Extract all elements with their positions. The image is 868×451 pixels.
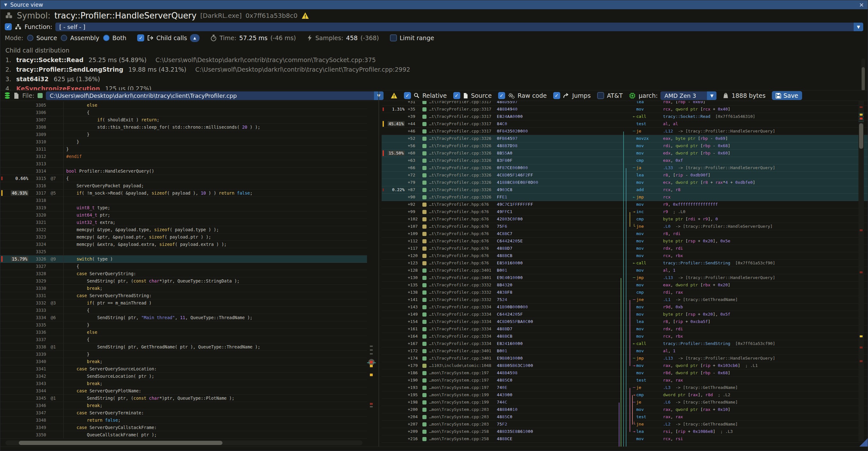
resize-grip-icon[interactable] bbox=[859, 438, 868, 447]
limit-range-toggle[interactable]: ✓ Limit range bbox=[390, 34, 434, 41]
asm-row[interactable]: +172…t\TracyProfiler.cpp:3401B001moval, … bbox=[382, 348, 868, 355]
asm-row[interactable]: +39…t\TracyProfiler.cpp:3317E824AA0000←c… bbox=[382, 113, 868, 120]
asm-row[interactable]: +149…t\TracyProfiler.cpp:3334C64424205Fm… bbox=[382, 311, 868, 318]
source-checkbox[interactable]: ✓ bbox=[453, 92, 460, 99]
radio-source[interactable]: Source bbox=[27, 34, 57, 41]
asm-row[interactable]: +164…t\TracyProfiler.cpp:3334488BCBmovrc… bbox=[382, 333, 868, 340]
asm-row[interactable]: +90…t\TracyProfiler.cpp:3326FFE1←jmprcx bbox=[382, 194, 868, 201]
asm-row[interactable]: +109…t\TracyProfiler.hpp:6764C8BC7movr8,… bbox=[382, 230, 868, 238]
asm-row[interactable]: +141…t\TracyProfiler.cpp:33327524─jne.L1… bbox=[382, 296, 868, 304]
asm-row[interactable]: +179…1103\include\atomic:1048488B05B63C1… bbox=[382, 362, 868, 369]
source-line[interactable]: 3313 bbox=[0, 160, 367, 168]
source-line[interactable]: 3335 } bbox=[0, 321, 367, 329]
source-line[interactable]: 3321 uint32_t extra; bbox=[0, 219, 367, 226]
asm-row[interactable]: 45.41%+44…t\TracyProfiler.cpp:331784C0te… bbox=[382, 120, 868, 128]
uarch-select[interactable]: AMD Zen 3 ▼ bbox=[660, 91, 716, 100]
asm-row[interactable]: +128…t\TracyProfiler.cpp:3401B001moval, … bbox=[382, 267, 868, 274]
att-toggle[interactable]: ✓ AT&T bbox=[597, 92, 623, 99]
close-icon[interactable]: ✕ bbox=[859, 2, 864, 8]
radio-icon[interactable] bbox=[27, 35, 33, 41]
source-line[interactable]: 3344 case ServerQueryPlotName: bbox=[0, 387, 367, 395]
asm-row[interactable]: +143…t\TracyProfiler.cpp:333441B90B00000… bbox=[382, 304, 868, 311]
asm-row[interactable]: +207…mon\TracySystem.cpp:20375F2└jne.L2 … bbox=[382, 421, 868, 428]
source-line[interactable]: 3314bool Profiler::HandleServerQuery() bbox=[0, 168, 367, 175]
source-line[interactable]: 3320 uint64_t ptr; bbox=[0, 211, 367, 219]
limit-range-checkbox[interactable]: ✓ bbox=[390, 34, 397, 41]
source-hscrollbar[interactable] bbox=[5, 441, 363, 445]
asm-row[interactable]: +200…mon\TracySystem.cpp:203488B4010movr… bbox=[382, 406, 868, 413]
source-line[interactable]: 3330 break; bbox=[0, 285, 367, 292]
asm-row[interactable]: +107…t\TracyProfiler.hpp:67675F6└jne.L0 … bbox=[382, 223, 868, 230]
child-calls-checkbox[interactable]: ✓ bbox=[137, 34, 144, 41]
jumps-toggle[interactable]: ✓ Jumps bbox=[553, 92, 591, 99]
asm-row[interactable]: 1.31%+35…t\TracyProfiler.cpp:3317488B494… bbox=[382, 106, 868, 113]
source-line[interactable]: 3309 } bbox=[0, 131, 367, 138]
asm-row[interactable]: +167…t\TracyProfiler.cpp:3334E824160000←… bbox=[382, 340, 868, 348]
child-call-item[interactable]: 2.tracy::Profiler::SendLongString19.88 m… bbox=[5, 65, 863, 74]
asm-row[interactable]: +204…mon\TracySystem.cpp:2034885C0testra… bbox=[382, 413, 868, 421]
asm-row[interactable]: +120…t\TracyProfiler.hpp:676488BCBmovrcx… bbox=[382, 252, 868, 260]
radio-assembly[interactable]: Assembly bbox=[61, 34, 99, 41]
source-line[interactable]: 3308 std::this_thread::sleep_for( std::c… bbox=[0, 124, 367, 131]
asm-row[interactable]: +130…t\TracyProfiler.cpp:3401E9E4010000─… bbox=[382, 274, 868, 281]
asm-row[interactable]: +123…t\TracyProfiler.hpp:676E850160000←c… bbox=[382, 260, 868, 267]
source-line[interactable]: 46.93%3317@5 if( !m_sock->Read( &payload… bbox=[0, 189, 367, 197]
asm-row[interactable]: +46…t\TracyProfiler.cpp:33170F8435020000… bbox=[382, 128, 868, 135]
asm-row[interactable]: +174…t\TracyProfiler.cpp:3401E9B8010000─… bbox=[382, 355, 868, 362]
radio-both[interactable]: Both bbox=[103, 34, 126, 41]
child-call-item[interactable]: 4.KeSynchronizeExecution125 µs (0.27%) bbox=[5, 84, 863, 90]
source-line[interactable]: 3318 bbox=[0, 197, 367, 204]
asm-row[interactable]: +186…mon\TracySystem.cpp:197448B4598movr… bbox=[382, 369, 868, 377]
source-line[interactable]: 15.79%3326@9 switch( type ) bbox=[0, 255, 367, 263]
asm-row[interactable]: +63…t\TracyProfiler.cpp:332683F80Fcmpeax… bbox=[382, 157, 868, 164]
collapse-icon[interactable]: ▼ bbox=[4, 3, 7, 7]
asm-row[interactable]: +138…t\TracyProfiler.cpp:3332483BF8cmprd… bbox=[382, 289, 868, 296]
asm-row[interactable]: +79…t\TracyProfiler.cpp:3326418B8C80E0BF… bbox=[382, 179, 868, 186]
relative-checkbox[interactable]: ✓ bbox=[404, 92, 411, 99]
source-line[interactable]: 3343 break; bbox=[0, 380, 367, 387]
source-line[interactable]: 3323 memcpy( &ptr, &payload.ptr, sizeof(… bbox=[0, 234, 367, 241]
source-line[interactable]: 3325 bbox=[0, 248, 367, 255]
source-line[interactable]: 3339 } bbox=[0, 351, 367, 358]
function-checkbox[interactable]: ✓ bbox=[5, 23, 12, 30]
asm-row[interactable]: +193…mon\TracySystem.cpp:197740E─je.L3 -… bbox=[382, 384, 868, 391]
function-select[interactable]: [ - self - ] ▼ bbox=[55, 23, 863, 31]
source-line[interactable]: 3347 case ServerQueryTerminate: bbox=[0, 409, 367, 417]
source-line[interactable]: 3350 QueueCallstackFrame( ptr ); bbox=[0, 431, 367, 439]
raw-code-toggle[interactable]: ✓ Raw code bbox=[498, 92, 547, 99]
child-calls-scrollbar[interactable] bbox=[861, 58, 865, 90]
source-line[interactable]: 3338@1 SendString( ptr, GetThreadName( p… bbox=[0, 343, 367, 351]
asm-row[interactable]: +31…t\TracyProfiler.cpp:3317488D5597lear… bbox=[382, 101, 868, 106]
source-line[interactable]: 3336 else bbox=[0, 329, 367, 336]
source-line[interactable]: 3345@1 SendString( ptr, (const char*)ptr… bbox=[0, 395, 367, 402]
asm-row[interactable]: +52…t\TracyProfiler.cpp:33260FB64597movz… bbox=[382, 135, 868, 142]
child-call-item[interactable]: 3.stat64i32625 µs (1.36%) bbox=[5, 74, 863, 84]
chevron-down-icon[interactable]: ▼ bbox=[854, 23, 863, 31]
asm-row[interactable]: +66…t\TracyProfiler.cpp:33260F87CE060000… bbox=[382, 164, 868, 172]
asm-row[interactable]: +216…mon\TracySystem.cpp:258488BCEmovrcx… bbox=[382, 435, 868, 443]
source-line[interactable]: 3329 SendString( ptr, (const char*)ptr, … bbox=[0, 277, 367, 285]
asm-row[interactable]: +161…t\TracyProfiler.cpp:3334488BD7movrd… bbox=[382, 326, 868, 333]
asm-row[interactable]: +99…t\TracyProfiler.hpp:67649FFC1→incr9 … bbox=[382, 208, 868, 216]
source-line[interactable]: 3324 memcpy( &extra, &payload.extra, siz… bbox=[0, 241, 367, 248]
asm-row[interactable]: +135…t\TracyProfiler.cpp:33328B4320movea… bbox=[382, 281, 868, 289]
asm-row[interactable]: +72…t\TracyProfiler.cpp:33264C8D05F146F2… bbox=[382, 172, 868, 179]
asm-row[interactable]: +112…t\TracyProfiler.hpp:676C64424205Emo… bbox=[382, 238, 868, 245]
asm-row[interactable]: 0.22%+87…t\TracyProfiler.cpp:33264903C8a… bbox=[382, 186, 868, 194]
source-line[interactable]: 3307 if( shouldExit ) return; bbox=[0, 116, 367, 124]
titlebar[interactable]: ▼ Source view ✕ bbox=[0, 0, 868, 9]
scrollbar-thumb[interactable] bbox=[19, 441, 222, 445]
source-line[interactable]: 3342 SendSourceLocation( ptr ); bbox=[0, 373, 367, 380]
source-line[interactable]: 3328 case ServerQueryString: bbox=[0, 270, 367, 277]
asm-row[interactable]: 15.50%+60…t\TracyProfiler.cpp:33268B55A0… bbox=[382, 150, 868, 157]
source-line[interactable]: 3311} bbox=[0, 146, 367, 153]
source-line[interactable]: 3334@6 SendString( ptr, "Main thread", 1… bbox=[0, 314, 367, 321]
source-vscrollbar[interactable] bbox=[367, 101, 376, 447]
radio-icon[interactable] bbox=[61, 35, 67, 41]
source-line[interactable]: 3333 { bbox=[0, 307, 367, 314]
source-line[interactable]: 3316 ServerQueryPacket payload; bbox=[0, 182, 367, 189]
scrollbar-thumb[interactable] bbox=[859, 123, 863, 149]
asm-row[interactable]: +102…t\TracyProfiler.hpp:67642803C0F00cm… bbox=[382, 216, 868, 223]
source-line[interactable]: 3305 else bbox=[0, 101, 367, 109]
scrollbar-thumb[interactable] bbox=[862, 67, 865, 90]
